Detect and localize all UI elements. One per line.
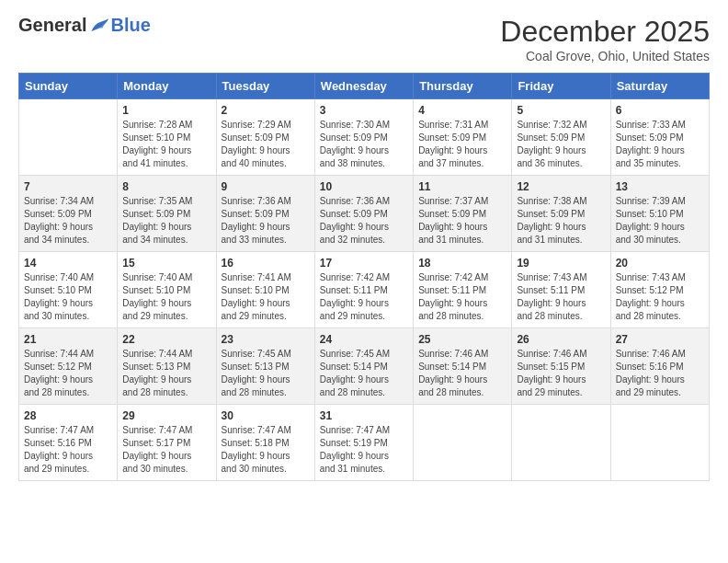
calendar-week-5: 28Sunrise: 7:47 AMSunset: 5:16 PMDayligh…: [19, 405, 710, 481]
day-info: Sunrise: 7:43 AMSunset: 5:11 PMDaylight:…: [517, 271, 605, 323]
calendar-week-2: 7Sunrise: 7:34 AMSunset: 5:09 PMDaylight…: [19, 176, 710, 252]
day-info: Sunrise: 7:36 AMSunset: 5:09 PMDaylight:…: [320, 195, 408, 247]
calendar-cell: 31Sunrise: 7:47 AMSunset: 5:19 PMDayligh…: [314, 405, 413, 481]
calendar-cell: [610, 405, 709, 481]
calendar-cell: 23Sunrise: 7:45 AMSunset: 5:13 PMDayligh…: [216, 328, 314, 405]
location: Coal Grove, Ohio, United States: [500, 49, 710, 63]
day-info: Sunrise: 7:30 AMSunset: 5:09 PMDaylight:…: [320, 119, 408, 170]
day-info: Sunrise: 7:47 AMSunset: 5:16 PMDaylight:…: [24, 424, 112, 476]
day-number: 29: [122, 409, 210, 422]
calendar-table: SundayMondayTuesdayWednesdayThursdayFrid…: [18, 73, 710, 481]
calendar-cell: 13Sunrise: 7:39 AMSunset: 5:10 PMDayligh…: [610, 176, 709, 252]
day-number: 1: [122, 104, 210, 117]
day-number: 22: [122, 333, 210, 346]
page-header: General Blue December 2025 Coal Grove, O…: [18, 15, 710, 63]
day-info: Sunrise: 7:40 AMSunset: 5:10 PMDaylight:…: [122, 271, 210, 323]
header-wednesday: Wednesday: [314, 74, 413, 99]
day-number: 30: [222, 409, 310, 422]
day-number: 23: [222, 333, 310, 346]
day-info: Sunrise: 7:47 AMSunset: 5:17 PMDaylight:…: [122, 424, 210, 476]
day-info: Sunrise: 7:43 AMSunset: 5:12 PMDaylight:…: [616, 271, 704, 323]
day-number: 8: [122, 180, 210, 193]
calendar-cell: 30Sunrise: 7:47 AMSunset: 5:18 PMDayligh…: [216, 405, 314, 481]
calendar-cell: 7Sunrise: 7:34 AMSunset: 5:09 PMDaylight…: [19, 176, 118, 252]
calendar-cell: 11Sunrise: 7:37 AMSunset: 5:09 PMDayligh…: [414, 176, 512, 252]
day-info: Sunrise: 7:35 AMSunset: 5:09 PMDaylight:…: [122, 195, 210, 247]
day-number: 13: [616, 180, 704, 193]
calendar-cell: [414, 405, 512, 481]
day-number: 20: [616, 257, 704, 270]
day-number: 6: [616, 104, 704, 117]
calendar-week-1: 1Sunrise: 7:28 AMSunset: 5:10 PMDaylight…: [19, 99, 710, 176]
day-info: Sunrise: 7:39 AMSunset: 5:10 PMDaylight:…: [616, 195, 704, 247]
day-info: Sunrise: 7:32 AMSunset: 5:09 PMDaylight:…: [517, 119, 605, 170]
day-info: Sunrise: 7:34 AMSunset: 5:09 PMDaylight:…: [24, 195, 112, 247]
calendar-cell: 4Sunrise: 7:31 AMSunset: 5:09 PMDaylight…: [414, 99, 512, 176]
day-number: 27: [616, 333, 704, 346]
calendar-cell: 14Sunrise: 7:40 AMSunset: 5:10 PMDayligh…: [19, 252, 118, 328]
calendar-cell: 27Sunrise: 7:46 AMSunset: 5:16 PMDayligh…: [610, 328, 709, 405]
day-info: Sunrise: 7:47 AMSunset: 5:19 PMDaylight:…: [320, 424, 408, 476]
calendar-cell: 10Sunrise: 7:36 AMSunset: 5:09 PMDayligh…: [314, 176, 413, 252]
day-number: 18: [418, 257, 506, 270]
calendar-cell: 21Sunrise: 7:44 AMSunset: 5:12 PMDayligh…: [19, 328, 118, 405]
day-number: 2: [222, 104, 310, 117]
calendar-cell: 16Sunrise: 7:41 AMSunset: 5:10 PMDayligh…: [216, 252, 314, 328]
calendar-cell: 28Sunrise: 7:47 AMSunset: 5:16 PMDayligh…: [19, 405, 118, 481]
calendar-cell: 29Sunrise: 7:47 AMSunset: 5:17 PMDayligh…: [118, 405, 216, 481]
calendar-cell: 24Sunrise: 7:45 AMSunset: 5:14 PMDayligh…: [314, 328, 413, 405]
calendar-cell: 3Sunrise: 7:30 AMSunset: 5:09 PMDaylight…: [314, 99, 413, 176]
day-number: 5: [517, 104, 605, 117]
day-number: 31: [320, 409, 408, 422]
logo-blue-text: Blue: [110, 15, 150, 36]
day-info: Sunrise: 7:38 AMSunset: 5:09 PMDaylight:…: [517, 195, 605, 247]
calendar-cell: [512, 405, 610, 481]
month-title: December 2025: [500, 15, 710, 49]
day-info: Sunrise: 7:45 AMSunset: 5:13 PMDaylight:…: [222, 348, 310, 399]
day-number: 10: [320, 180, 408, 193]
day-info: Sunrise: 7:42 AMSunset: 5:11 PMDaylight:…: [418, 271, 506, 323]
day-number: 28: [24, 409, 112, 422]
calendar-cell: 12Sunrise: 7:38 AMSunset: 5:09 PMDayligh…: [512, 176, 610, 252]
calendar-header-row: SundayMondayTuesdayWednesdayThursdayFrid…: [19, 74, 710, 99]
calendar-cell: 25Sunrise: 7:46 AMSunset: 5:14 PMDayligh…: [414, 328, 512, 405]
day-info: Sunrise: 7:44 AMSunset: 5:12 PMDaylight:…: [24, 348, 112, 399]
calendar-cell: 17Sunrise: 7:42 AMSunset: 5:11 PMDayligh…: [314, 252, 413, 328]
day-number: 15: [122, 257, 210, 270]
day-info: Sunrise: 7:37 AMSunset: 5:09 PMDaylight:…: [418, 195, 506, 247]
day-number: 4: [418, 104, 506, 117]
day-number: 14: [24, 257, 112, 270]
day-number: 24: [320, 333, 408, 346]
logo-general-text: General: [18, 15, 86, 36]
calendar-cell: 2Sunrise: 7:29 AMSunset: 5:09 PMDaylight…: [216, 99, 314, 176]
calendar-cell: 6Sunrise: 7:33 AMSunset: 5:09 PMDaylight…: [610, 99, 709, 176]
logo-bird-icon: [88, 17, 110, 35]
day-info: Sunrise: 7:42 AMSunset: 5:11 PMDaylight:…: [320, 271, 408, 323]
day-number: 25: [418, 333, 506, 346]
day-number: 3: [320, 104, 408, 117]
day-number: 11: [418, 180, 506, 193]
calendar-cell: 22Sunrise: 7:44 AMSunset: 5:13 PMDayligh…: [118, 328, 216, 405]
day-info: Sunrise: 7:47 AMSunset: 5:18 PMDaylight:…: [222, 424, 310, 476]
calendar-cell: 1Sunrise: 7:28 AMSunset: 5:10 PMDaylight…: [118, 99, 216, 176]
day-number: 16: [222, 257, 310, 270]
day-info: Sunrise: 7:46 AMSunset: 5:15 PMDaylight:…: [517, 348, 605, 399]
day-info: Sunrise: 7:41 AMSunset: 5:10 PMDaylight:…: [222, 271, 310, 323]
day-number: 17: [320, 257, 408, 270]
day-info: Sunrise: 7:28 AMSunset: 5:10 PMDaylight:…: [122, 119, 210, 170]
calendar-week-4: 21Sunrise: 7:44 AMSunset: 5:12 PMDayligh…: [19, 328, 710, 405]
day-info: Sunrise: 7:44 AMSunset: 5:13 PMDaylight:…: [122, 348, 210, 399]
calendar-cell: 26Sunrise: 7:46 AMSunset: 5:15 PMDayligh…: [512, 328, 610, 405]
day-number: 19: [517, 257, 605, 270]
calendar-cell: 9Sunrise: 7:36 AMSunset: 5:09 PMDaylight…: [216, 176, 314, 252]
calendar-cell: [19, 99, 118, 176]
calendar-cell: 18Sunrise: 7:42 AMSunset: 5:11 PMDayligh…: [414, 252, 512, 328]
day-info: Sunrise: 7:36 AMSunset: 5:09 PMDaylight:…: [222, 195, 310, 247]
day-info: Sunrise: 7:46 AMSunset: 5:14 PMDaylight:…: [418, 348, 506, 399]
day-number: 26: [517, 333, 605, 346]
header-saturday: Saturday: [610, 74, 709, 99]
day-info: Sunrise: 7:45 AMSunset: 5:14 PMDaylight:…: [320, 348, 408, 399]
day-info: Sunrise: 7:46 AMSunset: 5:16 PMDaylight:…: [616, 348, 704, 399]
day-number: 12: [517, 180, 605, 193]
header-monday: Monday: [118, 74, 216, 99]
